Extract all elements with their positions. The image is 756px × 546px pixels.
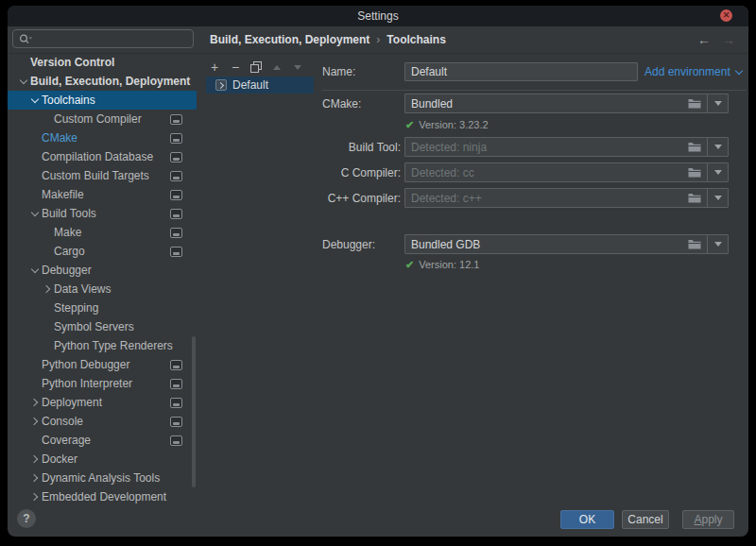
chevron-down-icon (31, 265, 39, 273)
c-compiler-combobox[interactable]: Detected: cc (404, 162, 729, 182)
toolchain-icon (215, 79, 227, 91)
sidebar-item-compilation-database[interactable]: Compilation Database (8, 147, 197, 166)
sidebar-item-console[interactable]: Console (8, 412, 197, 431)
build-tool-combobox[interactable]: Detected: ninja (404, 137, 729, 157)
sidebar-item-dynamic-analysis-tools[interactable]: Dynamic Analysis Tools (8, 469, 197, 487)
debugger-label: Debugger: (322, 238, 375, 251)
sidebar-item-make[interactable]: Make (8, 223, 197, 242)
chevron-right-icon (30, 455, 38, 463)
screen-icon (170, 247, 182, 257)
cpp-compiler-dropdown-arrow[interactable] (707, 189, 728, 207)
folder-icon[interactable] (688, 167, 701, 178)
breadcrumb: Build, Execution, Deployment›Toolchains (210, 33, 446, 47)
cmake-version-status: ✔ Version: 3.23.2 (405, 119, 489, 131)
move-up-button[interactable] (266, 59, 287, 76)
sidebar-item-version-control[interactable]: Version Control (8, 53, 197, 72)
sidebar-item-build-execution-deployment[interactable]: Build, Execution, Deployment (8, 72, 197, 91)
cpp-compiler-label: C++ Compiler: (322, 192, 401, 205)
copy-toolchain-button[interactable] (246, 59, 266, 76)
chevron-right-icon (30, 418, 38, 425)
cmake-combobox[interactable]: Bundled (404, 94, 729, 113)
screen-icon (170, 133, 182, 144)
debugger-version-status: ✔ Version: 12.1 (405, 259, 479, 271)
sidebar-item-debugger[interactable]: Debugger (8, 261, 197, 280)
cpp-compiler-combobox[interactable]: Detected: c++ (404, 188, 729, 208)
add-toolchain-button[interactable]: + (204, 59, 225, 76)
apply-button[interactable]: Apply (682, 510, 734, 529)
back-arrow-icon[interactable]: ← (696, 31, 713, 48)
copy-icon (250, 61, 262, 73)
screen-icon (170, 398, 182, 408)
move-down-button[interactable] (287, 59, 308, 76)
sidebar-item-makefile[interactable]: Makefile (8, 185, 197, 204)
remove-toolchain-button[interactable]: − (225, 59, 246, 76)
search-input[interactable] (37, 31, 182, 46)
c-compiler-label: C Compiler: (322, 166, 401, 179)
sidebar-item-embedded-development[interactable]: Embedded Development (8, 487, 197, 506)
title-bar: Settings ✕ (8, 6, 748, 26)
name-input[interactable] (404, 62, 638, 81)
toolchain-list-item-default[interactable]: Default (206, 77, 314, 94)
up-arrow-icon (273, 65, 281, 70)
sidebar-item-deployment[interactable]: Deployment (8, 393, 197, 412)
sidebar-item-build-tools[interactable]: Build Tools (8, 204, 197, 223)
screen-icon (170, 379, 182, 389)
sidebar-scrollbar[interactable] (192, 336, 196, 487)
screen-icon (170, 171, 182, 181)
breadcrumb-item[interactable]: Toolchains (387, 33, 445, 46)
screen-icon (170, 152, 182, 162)
add-environment-link[interactable]: Add environment (644, 65, 742, 79)
sidebar-item-data-views[interactable]: Data Views (8, 280, 197, 299)
sidebar-item-toolchains[interactable]: Toolchains (8, 91, 197, 110)
chevron-right-icon (43, 285, 50, 293)
help-button[interactable]: ? (17, 509, 36, 528)
forward-arrow-icon[interactable]: → (720, 31, 737, 48)
dropdown-arrow-icon (714, 242, 722, 247)
settings-window: Settings ✕ Build, Execution, Deployment›… (8, 6, 748, 537)
cmake-dropdown-arrow[interactable] (707, 94, 728, 112)
cmake-label: CMake: (322, 97, 361, 111)
screen-icon (170, 435, 182, 446)
sidebar-item-cmake[interactable]: CMake (8, 128, 197, 147)
chevron-down-icon (734, 67, 742, 75)
sidebar-item-python-interpreter[interactable]: Python Interpreter (8, 374, 197, 393)
sidebar-item-coverage[interactable]: Coverage (8, 431, 197, 450)
sidebar-item-docker[interactable]: Docker (8, 450, 197, 469)
dropdown-arrow-icon (714, 170, 722, 175)
chevron-down-icon (31, 209, 39, 216)
c-compiler-dropdown-arrow[interactable] (707, 163, 728, 181)
debugger-combobox[interactable]: Bundled GDB (404, 234, 729, 254)
sidebar-item-stepping[interactable]: Stepping (8, 299, 197, 317)
screen-icon (170, 190, 182, 200)
settings-tree: Version Control Build, Execution, Deploy… (8, 53, 197, 506)
debugger-dropdown-arrow[interactable] (707, 235, 728, 253)
screen-icon (170, 228, 182, 238)
dropdown-arrow-icon (714, 196, 722, 200)
breadcrumb-item[interactable]: Build, Execution, Deployment (210, 33, 369, 46)
build-tool-dropdown-arrow[interactable] (707, 138, 728, 156)
dropdown-arrow-icon (714, 101, 722, 106)
screen-icon (170, 360, 182, 370)
folder-icon[interactable] (688, 142, 701, 152)
folder-icon[interactable] (688, 193, 701, 203)
screen-icon (170, 209, 182, 219)
screen-icon (170, 417, 182, 427)
folder-icon[interactable] (688, 239, 701, 249)
sidebar-item-custom-build-targets[interactable]: Custom Build Targets (8, 166, 197, 185)
close-icon[interactable]: ✕ (720, 9, 732, 22)
ok-button[interactable]: OK (560, 510, 614, 529)
folder-icon[interactable] (688, 98, 701, 109)
sidebar-item-python-debugger[interactable]: Python Debugger (8, 355, 197, 374)
toolchain-list-toolbar: + − (204, 59, 308, 76)
dropdown-arrow-icon (714, 145, 722, 149)
chevron-right-icon (30, 399, 38, 406)
check-icon: ✔ (405, 119, 414, 131)
settings-search[interactable] (12, 29, 194, 48)
name-label: Name: (322, 65, 355, 78)
sidebar-item-cargo[interactable]: Cargo (8, 242, 197, 261)
toolchain-name: Default (232, 78, 268, 92)
cancel-button[interactable]: Cancel (622, 510, 669, 529)
sidebar-item-symbol-servers[interactable]: Symbol Servers (8, 317, 197, 336)
sidebar-item-python-type-renderers[interactable]: Python Type Renderers (8, 336, 197, 355)
sidebar-item-custom-compiler[interactable]: Custom Compiler (8, 110, 197, 128)
